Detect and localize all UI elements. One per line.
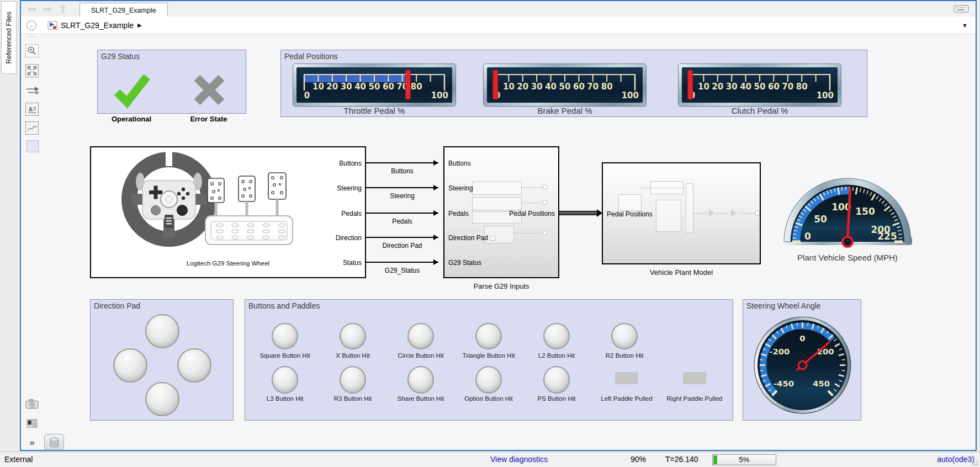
svg-text:50: 50 bbox=[369, 82, 380, 92]
svg-text:40: 40 bbox=[740, 82, 751, 92]
progress-percent: 5% bbox=[713, 455, 776, 465]
svg-text:-450: -450 bbox=[774, 379, 794, 388]
paddle-lamp-right bbox=[683, 372, 706, 384]
error-state-label: Error State bbox=[176, 115, 242, 123]
svg-text:450: 450 bbox=[813, 379, 830, 388]
lamp-share-button-hit bbox=[407, 366, 434, 394]
steering-wheel-image bbox=[120, 151, 218, 248]
signal-wire-2[interactable] bbox=[366, 213, 438, 214]
image-annotation-icon[interactable] bbox=[25, 121, 39, 135]
breadcrumb-model-name[interactable]: SLRT_G29_Example bbox=[61, 21, 134, 30]
lamp-x-button-hit bbox=[340, 323, 366, 349]
view-diagnostics-link[interactable]: View diagnostics bbox=[478, 455, 560, 464]
dashboard-panel-icon[interactable] bbox=[25, 417, 39, 430]
expand-toolbar-icon[interactable]: » bbox=[25, 436, 39, 449]
zoom-icon[interactable] bbox=[25, 44, 39, 57]
model-icon bbox=[47, 21, 57, 30]
referenced-files-tab[interactable]: Referenced Files bbox=[1, 1, 17, 74]
lamp-label: Triangle Button Hit bbox=[453, 352, 525, 359]
operational-label: Operational bbox=[98, 115, 165, 123]
solver-name[interactable]: auto(ode3) bbox=[925, 455, 974, 464]
lamp-label: Share Button Hit bbox=[385, 395, 457, 402]
breadcrumb-dropdown-icon[interactable]: ▼ bbox=[962, 22, 968, 29]
lamp-option-button-hit bbox=[475, 366, 502, 394]
svg-text:A: A bbox=[29, 107, 33, 113]
svg-text:0: 0 bbox=[799, 333, 805, 343]
svg-text:10: 10 bbox=[503, 82, 515, 92]
svg-text:20: 20 bbox=[712, 82, 723, 92]
svg-text:30: 30 bbox=[726, 82, 738, 92]
panel-title: Direction Pad bbox=[94, 301, 140, 310]
wire-arrowhead bbox=[433, 235, 438, 240]
document-tab-bar: ⇦ ⇨ ⇧ SLRT_G29_Example bbox=[21, 1, 976, 17]
steering-angle-panel: Steering Wheel Angle -450-2000200450 bbox=[743, 299, 861, 421]
lamp-label: Square Button Hit bbox=[249, 352, 321, 359]
lamp-square-button-hit bbox=[272, 323, 298, 349]
svg-text:50: 50 bbox=[814, 214, 827, 225]
simulation-mode[interactable]: External bbox=[4, 455, 33, 464]
steering-angle-gauge: -450-2000200450 bbox=[751, 314, 854, 416]
svg-text:20: 20 bbox=[517, 82, 528, 92]
breadcrumb: ← SLRT_G29_Example ▶ ▼ bbox=[21, 17, 976, 34]
parse-g29-inputs-block[interactable]: Pedal Positions ButtonsSteeringPedalsDir… bbox=[443, 146, 559, 278]
port-square bbox=[490, 236, 495, 241]
model-canvas[interactable]: A » G29 Status Operational Error bbox=[21, 34, 976, 450]
annotation-icon[interactable]: A bbox=[25, 103, 39, 116]
parse-in-port-direction-pad: Direction Pad bbox=[448, 234, 495, 242]
signal-wire-4[interactable] bbox=[366, 262, 438, 263]
svg-text:100: 100 bbox=[622, 91, 639, 100]
svg-text:40: 40 bbox=[354, 82, 366, 92]
back-arrow-icon[interactable]: ⇦ bbox=[28, 4, 36, 14]
lamp-label: PS Button Hit bbox=[521, 395, 592, 402]
lamp-label: R2 Button Hit bbox=[589, 352, 660, 359]
lamp-label: Circle Button Hit bbox=[385, 352, 457, 359]
keyboard-shortcuts-icon[interactable] bbox=[953, 4, 969, 13]
lamp-label: Option Button Hit bbox=[453, 395, 525, 402]
tab-label: SLRT_G29_Example bbox=[91, 7, 156, 14]
status-error-x-icon bbox=[190, 70, 229, 109]
paddle-lamp-left bbox=[615, 372, 638, 384]
bus-wire[interactable] bbox=[559, 211, 597, 215]
fit-to-view-icon[interactable] bbox=[25, 64, 39, 77]
vehicle-plant-model-block[interactable]: Pedal Positions bbox=[602, 162, 761, 264]
brake-gauge-label: Brake Pedal % bbox=[484, 106, 646, 115]
parse-in-port-steering: Steering bbox=[448, 184, 473, 192]
signal-wire-3[interactable] bbox=[366, 237, 438, 238]
svg-text:100: 100 bbox=[817, 91, 834, 100]
status-ok-check-icon bbox=[113, 70, 151, 109]
svg-text:30: 30 bbox=[531, 82, 543, 92]
g29-steering-wheel-block[interactable]: Logitech G29 Steering Wheel ButtonsSteer… bbox=[90, 146, 366, 278]
vehicle-speed-gauge-label: Plant Vehicle Speed (MPH) bbox=[781, 253, 914, 262]
svg-text:70: 70 bbox=[782, 82, 793, 92]
throttle-gauge: 01020304050607080100 bbox=[293, 64, 455, 106]
lamp-r3-button-hit bbox=[340, 366, 366, 394]
svg-text:30: 30 bbox=[341, 82, 352, 92]
signal-wire-0[interactable] bbox=[366, 162, 438, 163]
svg-text:100: 100 bbox=[431, 91, 448, 100]
signal-label-2: Pedals bbox=[366, 217, 438, 225]
lamp-r2-button-hit bbox=[611, 323, 638, 349]
data-inspector-button[interactable] bbox=[44, 434, 64, 450]
camera-icon[interactable] bbox=[25, 397, 39, 411]
svg-text:80: 80 bbox=[796, 82, 808, 92]
parse-out-port: Pedal Positions bbox=[509, 210, 555, 217]
lamp-label: Right Paddle Pulled bbox=[659, 395, 730, 402]
hide-browser-icon[interactable]: ← bbox=[27, 20, 36, 30]
zoom-level[interactable]: 90% bbox=[616, 455, 646, 464]
panel-title: Buttons and Paddles bbox=[248, 301, 320, 310]
signal-wire-1[interactable] bbox=[366, 187, 438, 188]
wire-arrowhead bbox=[433, 185, 438, 190]
signal-routing-icon[interactable] bbox=[25, 84, 39, 97]
svg-text:60: 60 bbox=[768, 82, 780, 92]
svg-text:70: 70 bbox=[587, 82, 598, 92]
area-panel-icon[interactable] bbox=[27, 140, 39, 152]
svg-text:80: 80 bbox=[601, 82, 613, 92]
wire-arrowhead bbox=[433, 210, 438, 216]
lamp-label: Left Paddle Pulled bbox=[591, 395, 663, 402]
forward-arrow-icon[interactable]: ⇨ bbox=[43, 4, 52, 14]
dpad-lamp-left bbox=[113, 348, 147, 383]
up-arrow-icon[interactable]: ⇧ bbox=[59, 4, 67, 14]
lamp-label: R3 Button Hit bbox=[317, 395, 389, 402]
svg-text:225: 225 bbox=[877, 231, 897, 242]
tab-slrt-g29-example[interactable]: SLRT_G29_Example bbox=[80, 3, 168, 18]
